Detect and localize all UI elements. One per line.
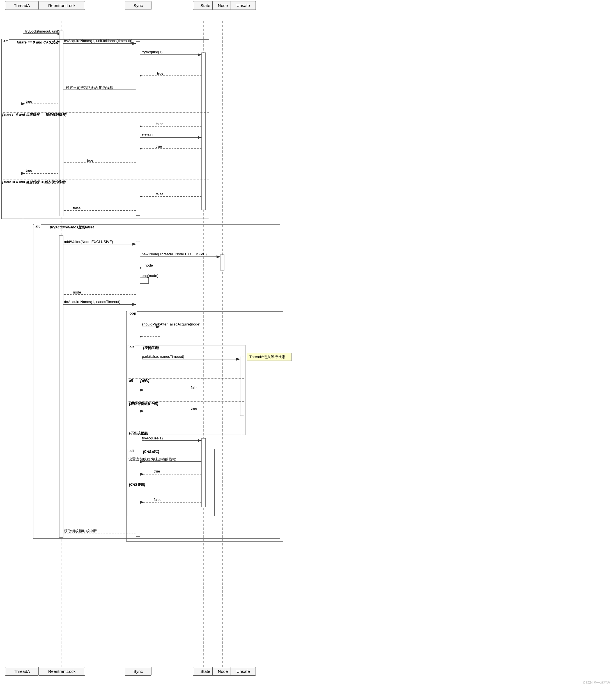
fragment-cond-timeout: alt — [129, 379, 133, 383]
label-false2: false — [156, 192, 163, 196]
lifeline-box-node-top: Node — [212, 1, 234, 10]
fragment-alt-cas-label: alt — [129, 448, 135, 453]
note-waiting: ThreadA进入等待状态 — [247, 353, 292, 361]
fragment-cond-noblock: [不应该阻塞] — [129, 431, 148, 436]
fragment-alt-outer-cond: [state == 0 and CAS成功] — [17, 40, 60, 45]
lifeline-box-threadA-bottom: ThreadA — [5, 667, 39, 676]
fragment-alt-block — [128, 345, 245, 435]
label-true-acquired: true — [191, 406, 197, 410]
label-trylock: tryLock(timeout, unit) — [25, 29, 59, 34]
label-setexclusive1: 设置当前线程为独占锁的线程 — [66, 85, 113, 90]
label-getlock: 获取锁或超时或中断 — [64, 529, 97, 534]
lifeline-box-sync-bottom: Sync — [125, 667, 152, 676]
label-true4: true — [87, 158, 93, 163]
watermark: CSDN @一杯可乐 — [583, 681, 610, 685]
lifeline-box-unsafe-top: Unsafe — [230, 1, 256, 10]
fragment-alt-outer-label: alt — [2, 39, 9, 43]
label-true-cas: true — [154, 469, 160, 473]
label-true5: true — [26, 168, 32, 173]
diagram-container: ThreadA ReentrantLock Sync State Node Un… — [0, 0, 616, 688]
label-doacquirenanos: doAcquireNanos(1, nanosTimeout) — [64, 300, 120, 304]
label-false1: false — [156, 122, 163, 126]
fragment-cond-cas-fail: [CAS失败] — [129, 482, 145, 487]
label-true2: true — [26, 99, 32, 104]
fragment-cond-acquired: [获取到锁或被中断] — [129, 402, 158, 406]
fragment-alt2-label: alt — [34, 224, 41, 229]
lifeline-box-node-bottom: Node — [212, 667, 234, 676]
fragment-cond-cas-success: [CAS成功] — [143, 450, 159, 454]
fragment-cond-2: [state != 0 and 当前线程 == 独占锁的线程] — [2, 112, 66, 117]
label-node2: node — [73, 290, 81, 294]
label-enqnode: enq(node) — [142, 274, 158, 278]
label-false-cas: false — [154, 497, 161, 502]
fragment-alt-block-label: alt — [129, 345, 135, 349]
label-true3: true — [156, 144, 162, 148]
lifeline-box-sync-top: Sync — [125, 1, 152, 10]
lifeline-box-unsafe-bottom: Unsafe — [230, 667, 256, 676]
label-newnode: new Node(ThreadA, Node.EXCLUSIVE) — [142, 252, 207, 256]
label-tryacquire2: tryAcquire(1) — [142, 436, 163, 440]
label-addwaiter: addWaiter(Node.EXCLUSIVE) — [64, 240, 113, 244]
label-true1: true — [157, 71, 163, 76]
label-shouldpark: shouldParkAfterFailedAcquire(node) — [142, 322, 201, 326]
label-statepp: state++ — [142, 133, 154, 137]
label-node1: node — [145, 263, 153, 267]
lifeline-box-reentrantlock-bottom: ReentrantLock — [39, 667, 85, 676]
label-false3: false — [73, 206, 81, 210]
fragment-cond-timeout2: [超时] — [140, 379, 149, 383]
lifeline-box-reentrantlock-top: ReentrantLock — [39, 1, 85, 10]
fragment-alt-outer — [1, 39, 209, 219]
lifeline-box-threadA-top: ThreadA — [5, 1, 39, 10]
fragment-cond-block: [应该阻塞] — [143, 346, 159, 350]
label-setexclusive2: 设置当前线程为独占锁的线程 — [129, 457, 176, 462]
label-false-timeout: false — [191, 386, 198, 390]
fragment-cond-3: [state != 0 and 当前线程 != 独占锁的线程] — [2, 180, 66, 185]
fragment-loop-label: loop — [127, 311, 137, 316]
fragment-alt2-cond: [tryAcquireNanos返回false] — [50, 225, 94, 230]
label-park: park(false, nanosTimeout) — [142, 354, 184, 359]
